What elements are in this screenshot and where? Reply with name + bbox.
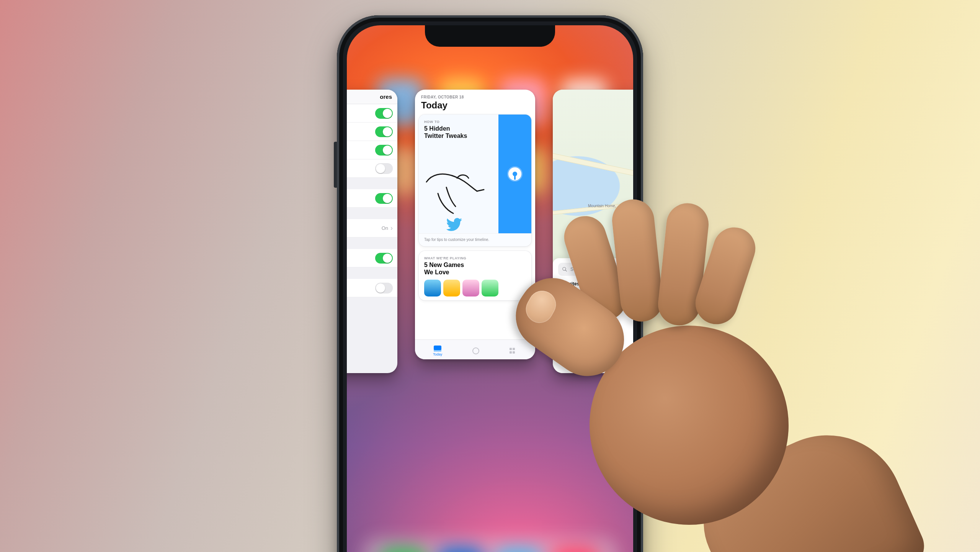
- appstore-today-title: Today: [415, 100, 535, 115]
- chevron-right-icon: ›: [390, 224, 393, 232]
- appstore-hero-card[interactable]: HOW TO 5 Hidden Twitter Tweaks: [419, 115, 531, 246]
- settings-toggle-5[interactable]: [375, 193, 393, 204]
- briefcase-icon: [565, 295, 574, 302]
- favorite-quick-label: Quive: [596, 309, 608, 313]
- maps-favorites-label: Favorites: [559, 281, 633, 287]
- rocket-icon: [472, 347, 479, 354]
- favorite-quick-sub: 1,33: [598, 315, 605, 319]
- tab-today-label: Today: [433, 352, 442, 356]
- maps-collection-row[interactable]: y P: [558, 334, 633, 349]
- favorite-work-label: Work: [564, 309, 575, 313]
- hero-title: 5 Hidden Twitter Tweaks: [424, 125, 494, 139]
- games-title: 5 New Games We Love: [424, 261, 526, 276]
- settings-toggle-3[interactable]: [375, 145, 393, 156]
- appstore-tabbar: Today: [415, 339, 535, 359]
- apps-icon: [510, 348, 517, 354]
- today-icon: [434, 346, 441, 352]
- settings-toggle-2[interactable]: [375, 126, 393, 137]
- maps-row-text: y P: [558, 338, 566, 344]
- favorite-work[interactable]: Work Add: [558, 290, 581, 319]
- settings-section-text-3: in the App Store.: [347, 241, 393, 246]
- hero-caption: Tap for tips to customize your timeline.: [419, 233, 531, 246]
- settings-toggle-7[interactable]: [375, 283, 393, 293]
- maps-search-placeholder: Search for a: [570, 267, 595, 272]
- settings-on-value: On: [382, 225, 388, 231]
- games-icon-strip: [424, 280, 526, 296]
- iphone-frame: ores s (including free) onloads. On› in …: [337, 15, 643, 552]
- tab-today[interactable]: Today: [433, 346, 442, 356]
- settings-row-disclosure[interactable]: On›: [347, 219, 397, 238]
- settings-title-fragment: ores: [380, 93, 392, 100]
- svg-line-1: [565, 270, 567, 272]
- switcher-card-maps[interactable]: Mountain Home, Search for a Favorites: [553, 90, 633, 373]
- map-city-label: Mountain Home,: [588, 204, 616, 208]
- search-icon: [562, 267, 567, 272]
- fork-knife-icon: [598, 294, 606, 303]
- settings-section-text: s (including free): [347, 181, 393, 186]
- settings-section-text-4: what you think by: [347, 271, 393, 275]
- iphone-screen[interactable]: ores s (including free) onloads. On› in …: [347, 25, 633, 552]
- hero-blue-panel: [498, 115, 531, 233]
- twitter-bird-icon: [446, 218, 462, 231]
- keyhole-icon: [507, 166, 523, 182]
- appstore-games-card[interactable]: WHAT WE'RE PLAYING 5 New Games We Love: [419, 251, 531, 300]
- games-eyebrow: WHAT WE'RE PLAYING: [424, 256, 526, 260]
- favorite-work-sub: Add: [567, 315, 573, 319]
- maps-bottom-sheet[interactable]: Search for a Favorites Work: [553, 258, 633, 373]
- tab-games[interactable]: [472, 347, 479, 354]
- notch: [425, 25, 555, 47]
- settings-toggle-1[interactable]: [375, 108, 393, 119]
- favorite-quick[interactable]: Quive 1,33: [590, 290, 613, 319]
- switcher-card-settings[interactable]: ores s (including free) onloads. On› in …: [347, 90, 397, 373]
- maps-section-label: ctions: [558, 326, 633, 330]
- settings-toggle-6[interactable]: [375, 253, 393, 264]
- svg-rect-3: [568, 296, 571, 298]
- settings-nav-title: ores: [347, 90, 397, 104]
- app-switcher[interactable]: ores s (including free) onloads. On› in …: [347, 90, 633, 381]
- settings-section-text-2: onloads.: [347, 211, 393, 216]
- hero-illustration: [421, 141, 498, 233]
- settings-toggle-4[interactable]: [375, 163, 393, 174]
- appstore-date: FRIDAY, OCTOBER 18: [415, 90, 535, 100]
- switcher-card-appstore[interactable]: FRIDAY, OCTOBER 18 Today HOW TO 5 Hidden…: [415, 90, 535, 359]
- tab-apps[interactable]: [510, 348, 517, 354]
- hero-eyebrow: HOW TO: [424, 120, 494, 124]
- maps-search-field[interactable]: Search for a: [558, 263, 633, 276]
- settings-footer-note: t keep all documents back your data, if …: [347, 297, 397, 326]
